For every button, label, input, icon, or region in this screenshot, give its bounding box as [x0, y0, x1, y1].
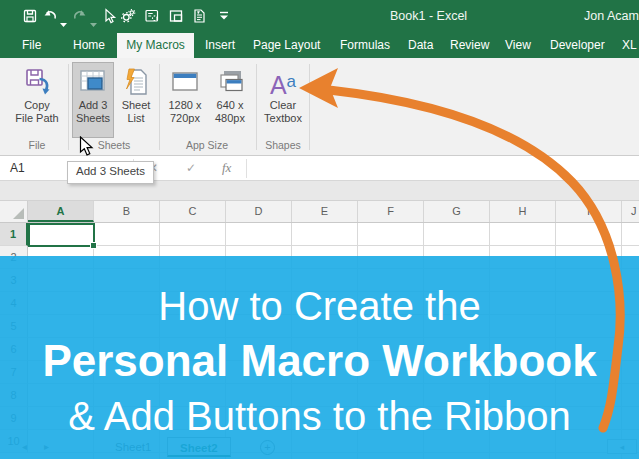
title-bar: Book1 - Excel Jon Acamp	[0, 0, 639, 32]
spacer-strip	[0, 181, 639, 201]
banner-line-1: How to Create the	[0, 284, 639, 329]
ribbon-tab-row: File Home My Macros Insert Page Layout F…	[0, 32, 639, 58]
tab-view[interactable]: View	[505, 38, 531, 52]
tab-review[interactable]: Review	[450, 38, 489, 52]
divider	[246, 159, 247, 178]
document-lines-icon[interactable]	[191, 8, 207, 24]
window-large-icon	[170, 67, 200, 97]
column-header-g[interactable]: G	[424, 201, 490, 222]
macro-gears-icon[interactable]	[120, 8, 136, 24]
redo-dropdown-icon[interactable]	[90, 14, 97, 19]
mouse-cursor	[79, 136, 94, 157]
floppy-copy-path-icon	[22, 67, 52, 97]
undo-icon[interactable]	[42, 8, 58, 24]
add-sheets-grid-icon	[78, 67, 108, 97]
window-title: Book1 - Excel	[390, 9, 467, 23]
account-user-name[interactable]: Jon Acamp	[584, 9, 639, 23]
tab-home[interactable]: Home	[73, 38, 105, 52]
group-divider	[159, 64, 160, 150]
column-header-i[interactable]: I	[556, 201, 622, 222]
banner-line-3: & Add Buttons to the Ribbon	[0, 394, 639, 439]
form-settings-icon[interactable]	[144, 8, 160, 24]
group-divider	[309, 64, 310, 150]
sheet-list-doc-icon	[121, 67, 151, 97]
tab-formulas[interactable]: Formulas	[340, 38, 390, 52]
excel-window: Book1 - Excel Jon Acamp File Home My Mac…	[0, 0, 639, 459]
column-header-a[interactable]: A	[28, 201, 94, 222]
tab-insert[interactable]: Insert	[205, 38, 235, 52]
app-size-1280-button[interactable]: 1280 x 720px	[163, 62, 207, 138]
customize-chevron-icon[interactable]	[216, 8, 232, 24]
group-divider	[68, 64, 69, 150]
add-3-sheets-button[interactable]: Add 3 Sheets	[72, 62, 114, 138]
tab-data[interactable]: Data	[408, 38, 433, 52]
group-label-shapes: Shapes	[261, 139, 305, 151]
window-icon[interactable]	[168, 8, 184, 24]
tab-file[interactable]: File	[22, 38, 41, 52]
insert-function-icon[interactable]: fx	[222, 160, 231, 176]
group-label-app-size: App Size	[163, 139, 251, 151]
tab-developer[interactable]: Developer	[550, 38, 605, 52]
column-header-b[interactable]: B	[94, 201, 160, 222]
fill-handle[interactable]	[91, 243, 96, 248]
undo-dropdown-icon[interactable]	[60, 14, 67, 19]
save-icon[interactable]	[22, 8, 38, 24]
select-all-corner[interactable]	[0, 201, 28, 222]
column-header-h[interactable]: H	[490, 201, 556, 222]
tab-page-layout[interactable]: Page Layout	[253, 38, 320, 52]
pointer-icon[interactable]	[101, 8, 117, 24]
enter-icon[interactable]: ✓	[186, 161, 196, 175]
active-cell-selection	[28, 223, 95, 247]
column-header-c[interactable]: C	[160, 201, 226, 222]
column-header-f[interactable]: F	[358, 201, 424, 222]
tab-my-macros[interactable]: My Macros	[117, 38, 194, 52]
row-header-1[interactable]: 1	[0, 223, 28, 246]
banner-line-2: Personal Macro Workbook	[0, 336, 639, 386]
column-header-d[interactable]: D	[226, 201, 292, 222]
column-header-j[interactable]: J	[622, 201, 639, 222]
clear-textbox-button[interactable]: Aa Clear Textbox	[261, 62, 305, 138]
redo-icon[interactable]	[72, 8, 88, 24]
textbox-Aa-icon: Aa	[268, 67, 298, 97]
sheet-list-button[interactable]: Sheet List	[116, 62, 156, 138]
copy-file-path-button[interactable]: Copy File Path	[10, 62, 64, 138]
name-box[interactable]: A1	[10, 161, 25, 175]
window-stack-icon	[215, 67, 245, 97]
ribbon: Copy File Path File Add 3 Sheets Sheet L…	[0, 58, 639, 156]
tab-xl[interactable]: XL	[622, 38, 637, 52]
tooltip-add-3-sheets: Add 3 Sheets	[67, 161, 154, 184]
group-divider	[256, 64, 257, 150]
column-headers: A B C D E F G H I J	[0, 201, 639, 223]
app-size-640-button[interactable]: 640 x 480px	[209, 62, 251, 138]
group-label-file: File	[10, 139, 64, 151]
column-header-e[interactable]: E	[292, 201, 358, 222]
